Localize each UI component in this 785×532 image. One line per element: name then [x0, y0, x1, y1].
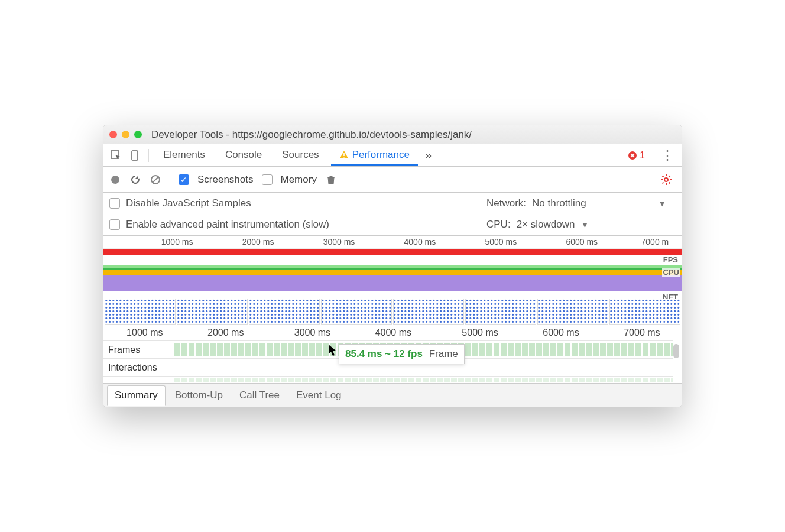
clear-button[interactable]	[150, 174, 161, 186]
cpu-throttling-select[interactable]: 2× slowdown	[517, 219, 575, 231]
screenshot-thumb[interactable]	[609, 299, 680, 325]
divider	[497, 173, 497, 186]
svg-line-13	[663, 176, 664, 177]
ruler-tick: 2000 ms	[242, 237, 274, 246]
fps-warning-bar	[103, 249, 682, 255]
error-count-badge[interactable]: 1	[628, 150, 645, 161]
net-track-label: NET	[661, 293, 679, 297]
overview-ruler[interactable]: 1000 ms 2000 ms 3000 ms 4000 ms 5000 ms …	[103, 236, 682, 249]
memory-label: Memory	[281, 174, 317, 186]
chevron-down-icon: ▼	[580, 220, 589, 229]
svg-point-5	[111, 176, 119, 184]
screenshots-checkbox[interactable]: ✓	[179, 174, 189, 185]
ruler-tick: 1000 ms	[161, 237, 193, 246]
capture-settings-button[interactable]	[657, 174, 676, 186]
svg-line-7	[153, 177, 158, 183]
interactions-lane[interactable]: Interactions	[103, 358, 673, 376]
svg-point-8	[664, 178, 668, 181]
details-tab-bar: Summary Bottom-Up Call Tree Event Log	[103, 383, 682, 407]
ruler-tick: 6000 ms	[566, 237, 598, 246]
reload-record-button[interactable]	[129, 174, 141, 186]
trash-button[interactable]	[325, 174, 337, 186]
paint-instrumentation-label: Enable advanced paint instrumentation (s…	[126, 219, 329, 231]
screenshot-thumb[interactable]	[393, 299, 464, 325]
main-tab-bar: Elements Console Sources Performance » 1…	[103, 144, 682, 167]
bottom-up-tab[interactable]: Bottom-Up	[168, 386, 230, 405]
svg-rect-3	[343, 157, 345, 158]
window-titlebar: Developer Tools - https://googlechrome.g…	[103, 125, 682, 144]
divider	[651, 149, 651, 162]
screenshot-thumb[interactable]	[537, 299, 608, 325]
ruler-tick: 1000 ms	[126, 327, 163, 338]
svg-line-14	[669, 182, 670, 183]
cpu-track: CPU	[103, 268, 682, 293]
tab-console[interactable]: Console	[217, 144, 270, 166]
memory-checkbox[interactable]	[262, 174, 273, 185]
ruler-tick: 7000 ms	[624, 327, 660, 338]
device-toggle-icon[interactable]	[127, 148, 142, 163]
ruler-tick: 7000 m	[641, 237, 669, 246]
close-window-button[interactable]	[109, 131, 117, 138]
tab-performance[interactable]: Performance	[331, 144, 418, 166]
screenshot-thumb[interactable]	[465, 299, 536, 325]
svg-line-16	[669, 176, 670, 177]
ruler-tick: 5000 ms	[462, 327, 498, 338]
network-throttling-select[interactable]: No throttling	[532, 197, 586, 209]
ruler-tick: 3000 ms	[294, 327, 330, 338]
inspect-element-icon[interactable]	[108, 148, 124, 163]
capture-settings-panel: Disable JavaScript Samples Network: No t…	[103, 193, 682, 236]
screenshot-filmstrip[interactable]	[103, 297, 682, 326]
divider	[170, 173, 170, 186]
maximize-window-button[interactable]	[134, 131, 142, 138]
lane-preview	[174, 378, 673, 382]
net-track: NET	[103, 293, 682, 297]
interactions-lane-label: Interactions	[103, 359, 174, 376]
flamechart-pane[interactable]: 1000 ms 2000 ms 3000 ms 4000 ms 5000 ms …	[103, 326, 682, 383]
tab-overflow-button[interactable]: »	[421, 148, 435, 162]
record-button[interactable]	[109, 174, 121, 186]
screenshot-thumb[interactable]	[105, 299, 176, 325]
fps-track-label: FPS	[662, 255, 679, 264]
window-title: Developer Tools - https://googlechrome.g…	[151, 129, 472, 141]
minimize-window-button[interactable]	[122, 131, 129, 138]
svg-rect-2	[343, 153, 345, 156]
timeline-ruler[interactable]: 1000 ms 2000 ms 3000 ms 4000 ms 5000 ms …	[103, 326, 682, 340]
vertical-scrollbar[interactable]	[673, 344, 679, 358]
svg-line-15	[663, 182, 664, 183]
network-label: Network:	[486, 197, 526, 209]
error-count-text: 1	[640, 150, 645, 161]
spacer-lane	[103, 376, 673, 383]
paint-instrumentation-checkbox[interactable]	[109, 219, 120, 230]
call-tree-tab[interactable]: Call Tree	[232, 386, 287, 405]
screenshot-thumb[interactable]	[321, 299, 392, 325]
tab-elements[interactable]: Elements	[155, 144, 213, 166]
devtools-window: Developer Tools - https://googlechrome.g…	[103, 125, 682, 407]
frames-lane[interactable]: Frames	[103, 340, 673, 358]
ruler-tick: 4000 ms	[375, 327, 411, 338]
tab-performance-label: Performance	[352, 149, 410, 161]
screenshot-thumb[interactable]	[249, 299, 320, 325]
summary-tab[interactable]: Summary	[107, 385, 166, 406]
tab-sources[interactable]: Sources	[274, 144, 327, 166]
event-log-tab[interactable]: Event Log	[289, 386, 349, 405]
screenshot-thumb[interactable]	[177, 299, 248, 325]
svg-rect-1	[132, 151, 138, 160]
chevron-down-icon: ▼	[658, 199, 666, 208]
performance-toolbar: ✓ Screenshots Memory	[103, 167, 682, 193]
frames-strip[interactable]	[174, 343, 673, 356]
kebab-menu-button[interactable]: ⋮	[657, 148, 677, 163]
cpu-label: CPU:	[486, 219, 511, 231]
ruler-tick: 5000 ms	[485, 237, 517, 246]
disable-js-samples-checkbox[interactable]	[109, 198, 120, 209]
fps-track: FPS	[103, 255, 682, 265]
overview-pane[interactable]: 1000 ms 2000 ms 3000 ms 4000 ms 5000 ms …	[103, 236, 682, 326]
cpu-track-label: CPU	[662, 268, 680, 277]
screenshots-label: Screenshots	[197, 174, 254, 186]
ruler-tick: 3000 ms	[323, 237, 355, 246]
ruler-tick: 2000 ms	[207, 327, 244, 338]
error-icon	[628, 151, 637, 160]
divider	[148, 149, 149, 162]
ruler-tick: 6000 ms	[543, 327, 579, 338]
ruler-tick: 4000 ms	[404, 237, 436, 246]
warning-icon	[339, 150, 349, 160]
